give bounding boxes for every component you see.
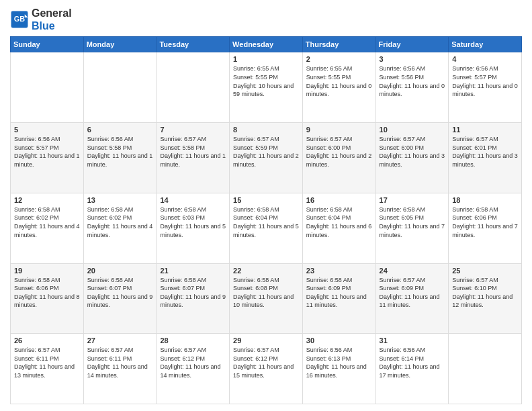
cell-content: Sunrise: 6:56 AM Sunset: 5:57 PM Dayligh… (14, 135, 80, 169)
cell-content: Sunrise: 6:58 AM Sunset: 6:06 PM Dayligh… (14, 276, 80, 310)
day-number: 13 (87, 196, 153, 204)
logo: GB General Blue (10, 7, 72, 32)
day-number: 17 (380, 196, 445, 204)
cell-content: Sunrise: 6:58 AM Sunset: 6:07 PM Dayligh… (87, 276, 153, 310)
cell-content: Sunrise: 6:58 AM Sunset: 6:03 PM Dayligh… (160, 205, 226, 239)
day-number: 26 (14, 336, 80, 345)
calendar-header-friday: Friday (375, 37, 449, 52)
day-number: 19 (14, 267, 80, 275)
calendar-cell: 21Sunrise: 6:58 AM Sunset: 6:07 PM Dayli… (157, 263, 230, 334)
cell-content: Sunrise: 6:55 AM Sunset: 5:55 PM Dayligh… (306, 64, 372, 98)
calendar-cell (449, 334, 522, 404)
calendar-cell: 7Sunrise: 6:57 AM Sunset: 5:58 PM Daylig… (157, 123, 230, 193)
calendar-cell: 14Sunrise: 6:58 AM Sunset: 6:03 PM Dayli… (157, 193, 230, 263)
cell-content: Sunrise: 6:58 AM Sunset: 6:06 PM Dayligh… (452, 205, 518, 239)
cell-content: Sunrise: 6:57 AM Sunset: 6:12 PM Dayligh… (233, 346, 299, 379)
calendar-cell: 4Sunrise: 6:56 AM Sunset: 5:57 PM Daylig… (449, 52, 522, 123)
day-number: 4 (452, 55, 518, 63)
calendar-cell: 10Sunrise: 6:57 AM Sunset: 6:00 PM Dayli… (375, 123, 449, 193)
day-number: 8 (233, 126, 299, 134)
calendar-cell: 2Sunrise: 6:55 AM Sunset: 5:55 PM Daylig… (302, 52, 375, 123)
day-number: 18 (452, 196, 518, 204)
calendar-cell: 31Sunrise: 6:56 AM Sunset: 6:14 PM Dayli… (375, 334, 449, 404)
day-number: 16 (306, 196, 372, 204)
day-number: 3 (380, 55, 445, 63)
calendar-cell: 9Sunrise: 6:57 AM Sunset: 6:00 PM Daylig… (302, 123, 375, 193)
day-number: 15 (233, 196, 299, 204)
calendar-cell: 29Sunrise: 6:57 AM Sunset: 6:12 PM Dayli… (230, 334, 303, 404)
logo-icon: GB (10, 10, 29, 29)
cell-content: Sunrise: 6:57 AM Sunset: 6:11 PM Dayligh… (14, 346, 80, 379)
day-number: 24 (380, 267, 445, 275)
calendar-page: GB General Blue SundayMondayTuesdayWedne… (0, 0, 532, 411)
calendar-cell: 25Sunrise: 6:57 AM Sunset: 6:10 PM Dayli… (449, 263, 522, 334)
day-number: 12 (14, 196, 80, 204)
calendar-cell: 12Sunrise: 6:58 AM Sunset: 6:02 PM Dayli… (11, 193, 84, 263)
calendar-cell: 22Sunrise: 6:58 AM Sunset: 6:08 PM Dayli… (230, 263, 303, 334)
day-number: 30 (306, 336, 372, 345)
calendar-cell: 24Sunrise: 6:57 AM Sunset: 6:09 PM Dayli… (375, 263, 449, 334)
cell-content: Sunrise: 6:56 AM Sunset: 5:57 PM Dayligh… (452, 64, 518, 98)
day-number: 14 (160, 196, 226, 204)
calendar-cell: 13Sunrise: 6:58 AM Sunset: 6:02 PM Dayli… (83, 193, 157, 263)
day-number: 25 (452, 267, 518, 275)
cell-content: Sunrise: 6:56 AM Sunset: 6:13 PM Dayligh… (306, 346, 372, 379)
calendar-cell: 5Sunrise: 6:56 AM Sunset: 5:57 PM Daylig… (11, 123, 84, 193)
logo-text-blue: Blue (32, 19, 72, 32)
calendar-cell: 16Sunrise: 6:58 AM Sunset: 6:04 PM Dayli… (302, 193, 375, 263)
calendar-week-row: 19Sunrise: 6:58 AM Sunset: 6:06 PM Dayli… (11, 263, 522, 334)
cell-content: Sunrise: 6:57 AM Sunset: 6:00 PM Dayligh… (306, 135, 372, 169)
calendar-header-thursday: Thursday (302, 37, 375, 52)
calendar-cell: 17Sunrise: 6:58 AM Sunset: 6:05 PM Dayli… (375, 193, 449, 263)
cell-content: Sunrise: 6:56 AM Sunset: 5:56 PM Dayligh… (380, 64, 445, 98)
cell-content: Sunrise: 6:58 AM Sunset: 6:08 PM Dayligh… (233, 276, 299, 310)
calendar-cell: 11Sunrise: 6:57 AM Sunset: 6:01 PM Dayli… (449, 123, 522, 193)
calendar-cell: 23Sunrise: 6:58 AM Sunset: 6:09 PM Dayli… (302, 263, 375, 334)
cell-content: Sunrise: 6:57 AM Sunset: 6:12 PM Dayligh… (160, 346, 226, 379)
cell-content: Sunrise: 6:57 AM Sunset: 6:11 PM Dayligh… (87, 346, 153, 379)
day-number: 9 (306, 126, 372, 134)
cell-content: Sunrise: 6:57 AM Sunset: 6:09 PM Dayligh… (380, 276, 445, 310)
calendar-cell: 20Sunrise: 6:58 AM Sunset: 6:07 PM Dayli… (83, 263, 157, 334)
calendar-cell: 6Sunrise: 6:56 AM Sunset: 5:58 PM Daylig… (83, 123, 157, 193)
cell-content: Sunrise: 6:55 AM Sunset: 5:55 PM Dayligh… (233, 64, 299, 98)
cell-content: Sunrise: 6:58 AM Sunset: 6:02 PM Dayligh… (87, 205, 153, 239)
cell-content: Sunrise: 6:58 AM Sunset: 6:09 PM Dayligh… (306, 276, 372, 310)
day-number: 21 (160, 267, 226, 275)
cell-content: Sunrise: 6:58 AM Sunset: 6:02 PM Dayligh… (14, 205, 80, 239)
calendar-cell: 1Sunrise: 6:55 AM Sunset: 5:55 PM Daylig… (230, 52, 303, 123)
cell-content: Sunrise: 6:58 AM Sunset: 6:07 PM Dayligh… (160, 276, 226, 310)
calendar-week-row: 12Sunrise: 6:58 AM Sunset: 6:02 PM Dayli… (11, 193, 522, 263)
calendar-cell: 3Sunrise: 6:56 AM Sunset: 5:56 PM Daylig… (375, 52, 449, 123)
calendar-week-row: 26Sunrise: 6:57 AM Sunset: 6:11 PM Dayli… (11, 334, 522, 404)
cell-content: Sunrise: 6:57 AM Sunset: 6:10 PM Dayligh… (452, 276, 518, 310)
day-number: 22 (233, 267, 299, 275)
day-number: 23 (306, 267, 372, 275)
calendar-cell: 28Sunrise: 6:57 AM Sunset: 6:12 PM Dayli… (157, 334, 230, 404)
calendar-cell: 30Sunrise: 6:56 AM Sunset: 6:13 PM Dayli… (302, 334, 375, 404)
cell-content: Sunrise: 6:57 AM Sunset: 5:58 PM Dayligh… (160, 135, 226, 169)
day-number: 5 (14, 126, 80, 134)
cell-content: Sunrise: 6:58 AM Sunset: 6:04 PM Dayligh… (233, 205, 299, 239)
day-number: 1 (233, 55, 299, 63)
day-number: 31 (380, 336, 445, 345)
calendar-header-wednesday: Wednesday (230, 37, 303, 52)
calendar-cell: 8Sunrise: 6:57 AM Sunset: 5:59 PM Daylig… (230, 123, 303, 193)
cell-content: Sunrise: 6:56 AM Sunset: 6:14 PM Dayligh… (380, 346, 445, 379)
calendar-week-row: 1Sunrise: 6:55 AM Sunset: 5:55 PM Daylig… (11, 52, 522, 123)
logo-text-general: General (32, 7, 72, 19)
day-number: 2 (306, 55, 372, 63)
calendar-week-row: 5Sunrise: 6:56 AM Sunset: 5:57 PM Daylig… (11, 123, 522, 193)
calendar-cell: 26Sunrise: 6:57 AM Sunset: 6:11 PM Dayli… (11, 334, 84, 404)
day-number: 27 (87, 336, 153, 345)
cell-content: Sunrise: 6:57 AM Sunset: 6:01 PM Dayligh… (452, 135, 518, 169)
calendar-table: SundayMondayTuesdayWednesdayThursdayFrid… (10, 36, 522, 404)
day-number: 6 (87, 126, 153, 134)
calendar-cell (157, 52, 230, 123)
calendar-cell: 15Sunrise: 6:58 AM Sunset: 6:04 PM Dayli… (230, 193, 303, 263)
header: GB General Blue (10, 7, 522, 32)
day-number: 7 (160, 126, 226, 134)
day-number: 11 (452, 126, 518, 134)
calendar-header-sunday: Sunday (11, 37, 84, 52)
day-number: 29 (233, 336, 299, 345)
